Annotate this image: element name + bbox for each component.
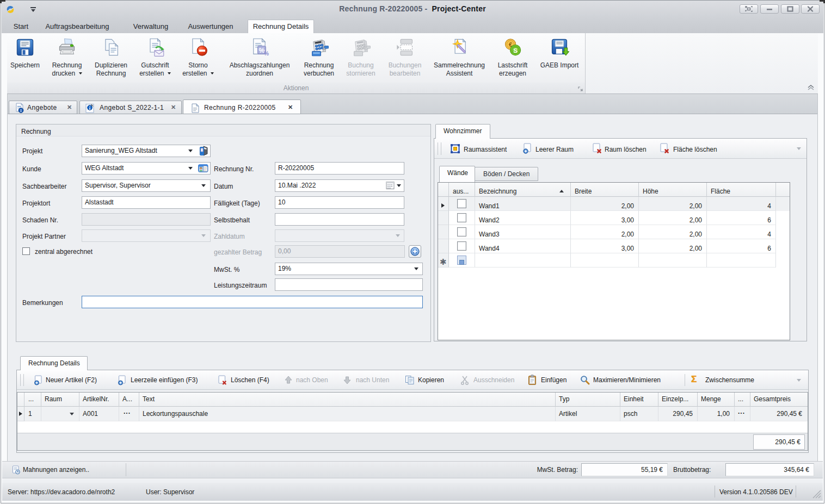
svg-text:S: S [513, 47, 518, 54]
svg-text:%: % [264, 51, 269, 57]
